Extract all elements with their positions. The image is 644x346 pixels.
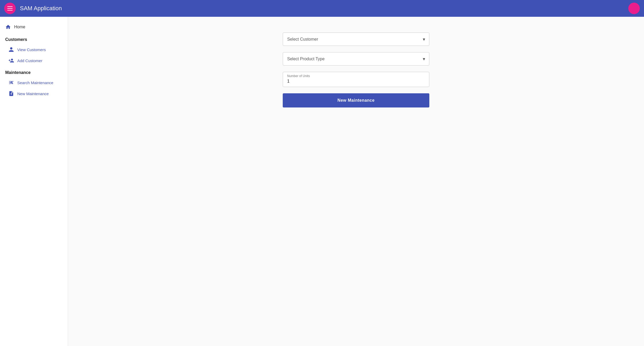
units-input[interactable] — [287, 79, 425, 84]
sidebar-new-maintenance-label: New Maintenance — [17, 91, 49, 96]
sidebar-search-maintenance-label: Search Maintenance — [17, 80, 53, 85]
select-product-wrapper: Select Product Type ▾ — [283, 52, 429, 66]
menu-icon-line3 — [7, 10, 13, 10]
avatar-button[interactable] — [628, 3, 640, 14]
app-title: SAM Application — [20, 5, 62, 12]
maintenance-section-label: Maintenance — [0, 66, 68, 77]
person-icon — [8, 47, 14, 52]
menu-icon-line2 — [7, 8, 13, 9]
menu-button[interactable] — [4, 3, 16, 14]
select-customer-wrapper: Select Customer ▾ — [283, 33, 429, 46]
sidebar-item-view-customers[interactable]: View Customers — [0, 44, 68, 55]
sidebar-view-customers-label: View Customers — [17, 47, 46, 52]
sidebar-add-customer-label: Add Customer — [17, 58, 42, 63]
sidebar-item-home[interactable]: Home — [0, 21, 68, 33]
sidebar-item-search-maintenance[interactable]: Search Maintenance — [0, 77, 68, 88]
home-icon — [5, 24, 11, 30]
sidebar-item-add-customer[interactable]: Add Customer — [0, 55, 68, 66]
main-content: Select Customer ▾ Select Product Type ▾ … — [68, 17, 644, 346]
top-navbar: SAM Application — [0, 0, 644, 17]
menu-icon-line1 — [7, 6, 13, 7]
layout: Home Customers View Customers Add Custom… — [0, 17, 644, 346]
new-maintenance-button[interactable]: New Maintenance — [283, 93, 429, 107]
sidebar-home-label: Home — [14, 25, 25, 29]
sidebar: Home Customers View Customers Add Custom… — [0, 17, 68, 346]
form-container: Select Customer ▾ Select Product Type ▾ … — [283, 33, 429, 107]
select-product-type[interactable]: Select Product Type — [283, 52, 429, 66]
add-doc-icon — [8, 91, 14, 96]
units-input-group: Number of Units — [283, 72, 429, 87]
sidebar-item-new-maintenance[interactable]: New Maintenance — [0, 88, 68, 99]
select-customer[interactable]: Select Customer — [283, 33, 429, 46]
nav-left: SAM Application — [4, 3, 62, 14]
person-add-icon — [8, 58, 14, 63]
units-label: Number of Units — [287, 74, 425, 78]
search-list-icon — [8, 80, 14, 85]
customers-section-label: Customers — [0, 33, 68, 44]
